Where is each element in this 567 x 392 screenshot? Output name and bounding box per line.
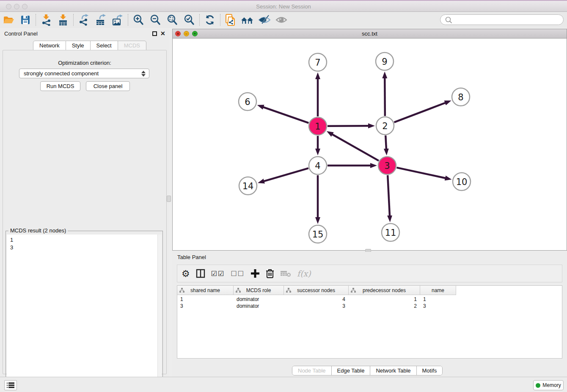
tab-network-table[interactable]: Network Table xyxy=(370,366,416,375)
node-15[interactable]: 15 xyxy=(309,225,327,243)
result-line: 1 xyxy=(7,235,162,244)
node-8[interactable]: 8 xyxy=(452,88,470,106)
function-builder-icon: f(x) xyxy=(297,267,311,280)
open-session-icon[interactable] xyxy=(0,13,17,27)
node-10[interactable]: 10 xyxy=(453,173,471,190)
edge-3-10[interactable] xyxy=(396,168,446,178)
control-panel-header: Control Panel ✕ xyxy=(0,29,169,39)
export-image-icon[interactable] xyxy=(109,13,126,27)
node-4[interactable]: 4 xyxy=(309,157,327,174)
table-row[interactable]: 3dominator323 xyxy=(177,303,456,309)
tab-style[interactable]: Style xyxy=(66,41,91,50)
delete-row-icon[interactable] xyxy=(266,267,274,280)
mcds-panel: Optimization criterion: strongly connect… xyxy=(3,50,167,374)
control-panel-title: Control Panel xyxy=(4,30,38,37)
tab-node-table[interactable]: Node Table xyxy=(292,366,332,375)
select-all-icon[interactable]: ☑☑ xyxy=(211,267,225,280)
table-cell[interactable]: 1 xyxy=(349,296,420,303)
clone-network-icon[interactable] xyxy=(222,13,239,27)
edge-2-3[interactable] xyxy=(385,135,386,149)
memory-button[interactable]: Memory xyxy=(533,380,564,390)
edge-3-1[interactable] xyxy=(332,134,379,161)
edge-4-14[interactable] xyxy=(263,168,308,181)
edge-2-8[interactable] xyxy=(394,102,446,122)
node-2[interactable]: 2 xyxy=(376,117,394,135)
export-table-icon[interactable] xyxy=(92,13,109,27)
column-header-MCDS-role[interactable]: MCDS role xyxy=(234,286,284,295)
table-cell[interactable]: dominator xyxy=(234,303,284,309)
node-9[interactable]: 9 xyxy=(376,52,394,70)
mcds-result-group: MCDS result (2 nodes) 13 xyxy=(6,231,163,392)
add-row-icon[interactable] xyxy=(250,267,260,280)
edge-3-11[interactable] xyxy=(388,175,390,216)
table-panel-title: Table Panel xyxy=(177,254,206,260)
close-panel-icon[interactable]: ✕ xyxy=(160,30,165,37)
gear-icon[interactable]: ⚙ xyxy=(182,267,190,280)
tab-mcds[interactable]: MCDS xyxy=(118,41,146,50)
table-cell[interactable]: 1 xyxy=(177,296,234,303)
node-11[interactable]: 11 xyxy=(382,224,399,241)
node-table[interactable]: shared nameMCDS rolesuccessor nodesprede… xyxy=(177,285,562,359)
zoom-fit-icon[interactable] xyxy=(164,13,181,27)
column-tree-icon xyxy=(351,288,356,294)
network-window-title: scc.txt xyxy=(173,30,567,37)
mcds-result-textarea[interactable]: 13 xyxy=(7,235,162,391)
node-6[interactable]: 6 xyxy=(239,93,256,110)
edge-2-9[interactable] xyxy=(385,77,385,116)
column-header-successor-nodes[interactable]: successor nodes xyxy=(284,286,349,295)
search-input[interactable] xyxy=(454,17,563,23)
table-row[interactable]: 1dominator411 xyxy=(177,296,456,303)
tab-edge-table[interactable]: Edge Table xyxy=(332,366,371,375)
task-history-button[interactable] xyxy=(4,380,17,390)
export-network-icon[interactable] xyxy=(75,13,92,27)
search-field[interactable] xyxy=(440,14,564,25)
optimization-criterion-select[interactable]: strongly connected component xyxy=(19,69,149,78)
table-cell[interactable]: 3 xyxy=(420,303,456,309)
column-header-name[interactable]: name xyxy=(420,286,456,295)
column-header-predecessor-nodes[interactable]: predecessor nodes xyxy=(349,286,420,295)
title-bar: Session: New Session xyxy=(0,0,567,12)
table-cell[interactable]: 4 xyxy=(284,296,349,303)
deselect-all-icon[interactable]: ☐☐ xyxy=(231,267,245,280)
float-panel-icon[interactable] xyxy=(152,31,157,36)
tab-motifs[interactable]: Motifs xyxy=(417,366,443,375)
columns-icon[interactable] xyxy=(196,267,205,280)
mcds-result-title: MCDS result (2 nodes) xyxy=(8,227,68,234)
table-cell[interactable]: 3 xyxy=(284,303,349,309)
apply-layout-icon[interactable] xyxy=(201,13,218,27)
save-session-icon[interactable] xyxy=(17,13,34,27)
table-cell[interactable]: dominator xyxy=(234,296,284,303)
zoom-in-icon[interactable] xyxy=(130,13,147,27)
vertical-splitter[interactable] xyxy=(169,28,172,377)
close-panel-button[interactable]: Close panel xyxy=(86,81,130,91)
control-panel: Control Panel ✕ NetworkStyleSelectMCDS O… xyxy=(0,28,169,377)
node-label: 9 xyxy=(382,57,387,67)
import-network-icon[interactable] xyxy=(38,13,55,27)
node-table-header: shared nameMCDS rolesuccessor nodesprede… xyxy=(177,286,456,295)
zoom-selected-icon[interactable] xyxy=(181,13,198,27)
table-cell[interactable]: 2 xyxy=(349,303,420,309)
node-1[interactable]: 1 xyxy=(309,117,327,135)
node-label: 7 xyxy=(315,58,320,68)
network-canvas[interactable]: 7968124314101511 xyxy=(173,39,567,250)
hide-selected-icon[interactable] xyxy=(256,13,273,27)
edge-1-6[interactable] xyxy=(263,107,308,123)
table-cell[interactable]: 1 xyxy=(420,296,456,303)
zoom-out-icon[interactable] xyxy=(147,13,164,27)
tab-network[interactable]: Network xyxy=(33,41,66,50)
splitter-handle[interactable] xyxy=(167,196,171,202)
network-window-titlebar[interactable]: ✕ − + scc.txt xyxy=(173,29,567,39)
node-label: 3 xyxy=(384,161,390,171)
result-scrollbar[interactable] xyxy=(157,235,162,391)
import-table-icon[interactable] xyxy=(55,13,72,27)
run-mcds-button[interactable]: Run MCDS xyxy=(40,81,80,91)
node-14[interactable]: 14 xyxy=(239,177,257,195)
column-header-shared-name[interactable]: shared name xyxy=(177,286,234,295)
node-3[interactable]: 3 xyxy=(378,157,396,174)
tab-select[interactable]: Select xyxy=(91,41,118,50)
list-icon xyxy=(7,382,14,388)
edge-1-2[interactable] xyxy=(328,126,369,126)
open-cybrowser-icon[interactable] xyxy=(239,13,256,27)
node-7[interactable]: 7 xyxy=(309,53,327,71)
table-cell[interactable]: 3 xyxy=(177,303,234,309)
